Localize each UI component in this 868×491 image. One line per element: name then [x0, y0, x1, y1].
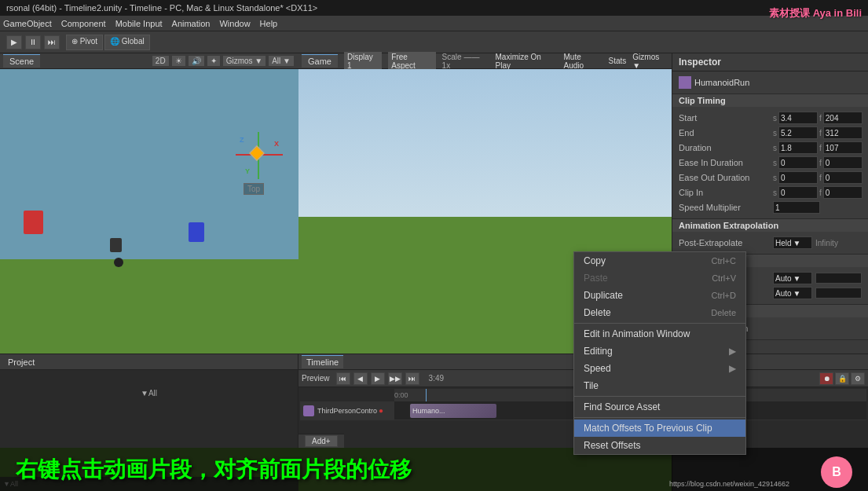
- gizmos-bar: 2D ☀ 🔊 ✦ Gizmos ▼ All ▼: [151, 54, 295, 68]
- subtitle-text: 右键点击动画片段，对齐前面片段的位移: [16, 455, 412, 485]
- blend-in-dropdown[interactable]: Auto ▼: [773, 272, 812, 284]
- ctx-sep-2: [574, 396, 745, 397]
- step-button[interactable]: ⏭: [44, 35, 60, 49]
- tl-end-btn[interactable]: ⏭: [405, 372, 419, 385]
- anim-extrapolation-header[interactable]: Animation Extrapolation: [672, 219, 868, 232]
- ease-in-s-input[interactable]: [778, 156, 818, 169]
- ctx-delete[interactable]: Delete Delete: [574, 304, 745, 321]
- project-empty: ▼All: [3, 389, 295, 398]
- start-s-input[interactable]: [778, 112, 818, 124]
- menu-window[interactable]: Window: [219, 19, 250, 28]
- clip-timing-header[interactable]: Clip Timing: [672, 94, 868, 107]
- duration-s-input[interactable]: [778, 141, 818, 154]
- tl-prev-btn[interactable]: ◀: [353, 372, 368, 385]
- post-extrapolate-row: Post-Extrapolate Held ▼ Infinity: [679, 236, 862, 250]
- tl-record-btn[interactable]: ⏺: [819, 372, 833, 385]
- end-s-input[interactable]: [778, 126, 818, 139]
- pivot-icon: ⊕: [71, 37, 78, 46]
- maximize-btn[interactable]: Maximize On Play: [496, 53, 558, 70]
- main-toolbar: ▶ ⏸ ⏭ ⊕ Pivot 🌐 Global: [0, 31, 868, 53]
- lighting-toggle[interactable]: ☀: [172, 56, 185, 66]
- speed-mult-row: Speed Multiplier: [679, 200, 862, 214]
- ctx-editing[interactable]: Editing ▶: [574, 343, 745, 360]
- ease-out-s-input[interactable]: [778, 171, 818, 184]
- tl-lock-btn[interactable]: 🔒: [835, 372, 849, 385]
- timeline-tab[interactable]: Timeline: [302, 355, 343, 368]
- game-tab-bar: Game Display 1 Free Aspect Scale —— 1x M…: [298, 53, 672, 69]
- pivot-button[interactable]: ⊕ Pivot: [66, 35, 103, 50]
- ease-out-f-input[interactable]: [823, 171, 863, 184]
- audio-toggle[interactable]: 🔊: [189, 56, 204, 66]
- ruler-0: 0:00: [394, 391, 408, 399]
- fx-toggle[interactable]: ✦: [207, 56, 220, 66]
- mute-btn[interactable]: Mute Audio: [564, 53, 602, 70]
- menu-component[interactable]: Component: [61, 19, 106, 28]
- menu-mobile-input[interactable]: Mobile Input: [115, 19, 163, 28]
- menu-animation[interactable]: Animation: [172, 19, 211, 28]
- project-content: ▼All: [0, 370, 298, 448]
- ctx-tile[interactable]: Tile: [574, 377, 745, 394]
- ctx-paste[interactable]: Paste Ctrl+V: [574, 269, 745, 287]
- tl-time: 3:49: [429, 374, 444, 383]
- scene-tab[interactable]: Scene: [3, 54, 40, 68]
- project-tab[interactable]: Project: [3, 356, 39, 368]
- ctx-find-source[interactable]: Find Source Asset: [574, 398, 745, 416]
- tl-back-btn[interactable]: ⏮: [336, 372, 350, 385]
- title-text: rsonal (64bit) - Timeline2.unity - Timel…: [6, 3, 317, 13]
- global-button[interactable]: 🌐 Global: [104, 35, 150, 50]
- menu-bar: GameObject Component Mobile Input Animat…: [0, 16, 868, 31]
- track-icon-1: [303, 405, 314, 416]
- view-2d[interactable]: 2D: [152, 56, 169, 66]
- all-btn[interactable]: All ▼: [269, 56, 294, 66]
- menu-gameobject[interactable]: GameObject: [3, 19, 52, 28]
- preview-label: Preview: [302, 374, 330, 383]
- track-label-1: ThirdPersonContro ●: [300, 401, 394, 420]
- end-f-input[interactable]: [823, 126, 863, 139]
- tl-next-btn[interactable]: ▶▶: [388, 372, 402, 385]
- duration-row: Duration s f: [679, 141, 862, 155]
- transform-gizmo[interactable]: X Y Z: [236, 132, 283, 179]
- game-tab[interactable]: Game: [302, 54, 338, 68]
- add-button-bar: Add+: [298, 434, 344, 448]
- ctx-match-offsets[interactable]: Match Offsets To Previous Clip: [574, 420, 745, 437]
- ease-in-row: Ease In Duration s f: [679, 156, 862, 170]
- aspect-btn[interactable]: Free Aspect: [388, 52, 435, 71]
- clip-in-s-input[interactable]: [778, 186, 818, 199]
- clip-in-f-input[interactable]: [823, 186, 863, 199]
- menu-help[interactable]: Help: [260, 19, 278, 28]
- tl-right-controls: ⏺ 🔒 ⚙: [819, 372, 865, 385]
- tl-cog-btn[interactable]: ⚙: [851, 372, 865, 385]
- scene-object-red: [24, 211, 43, 234]
- watermark: 素材授课 Aya in Bili: [769, 6, 862, 20]
- ctx-edit-animation-window[interactable]: Edit in Animation Window: [574, 325, 745, 343]
- ctx-duplicate[interactable]: Duplicate Ctrl+D: [574, 287, 745, 304]
- stats-btn[interactable]: Stats: [609, 57, 627, 65]
- start-row: Start s f: [679, 111, 862, 125]
- start-f-input[interactable]: [823, 112, 863, 124]
- playhead: [426, 389, 427, 401]
- infinity-label: Infinity: [815, 239, 838, 247]
- top-label: Top: [244, 183, 264, 195]
- blend-out-dropdown[interactable]: Auto ▼: [773, 287, 812, 299]
- post-extrapolate-dropdown[interactable]: Held ▼: [773, 236, 812, 249]
- game-gizmos-btn[interactable]: Gizmos ▼: [632, 53, 668, 70]
- duration-f-input[interactable]: [823, 141, 863, 154]
- scene-object-shadow2: [114, 258, 123, 267]
- project-tabs: Project: [0, 354, 298, 370]
- asset-name-row: HumanoidRun: [679, 75, 862, 90]
- ctx-speed[interactable]: Speed ▶: [574, 360, 745, 377]
- pause-button[interactable]: ⏸: [25, 35, 41, 49]
- speed-mult-input[interactable]: [773, 201, 820, 214]
- tl-play-btn[interactable]: ▶: [371, 372, 385, 385]
- ctx-reset-offsets[interactable]: Reset Offsets: [574, 437, 745, 454]
- scene-tab-bar: Scene 2D ☀ 🔊 ✦ Gizmos ▼ All ▼: [0, 53, 298, 69]
- ctx-copy[interactable]: Copy Ctrl+C: [574, 252, 745, 269]
- ease-in-f-input[interactable]: [823, 156, 863, 169]
- clip-timing-section: Start s f End s f Duration s f E: [672, 107, 868, 219]
- add-button[interactable]: Add+: [305, 435, 338, 447]
- gizmos-btn[interactable]: Gizmos ▼: [223, 56, 266, 66]
- track-clip-1[interactable]: Humano...: [410, 404, 496, 418]
- ctx-sep-1: [574, 323, 745, 324]
- play-button[interactable]: ▶: [6, 35, 22, 49]
- display-btn[interactable]: Display 1: [344, 52, 382, 71]
